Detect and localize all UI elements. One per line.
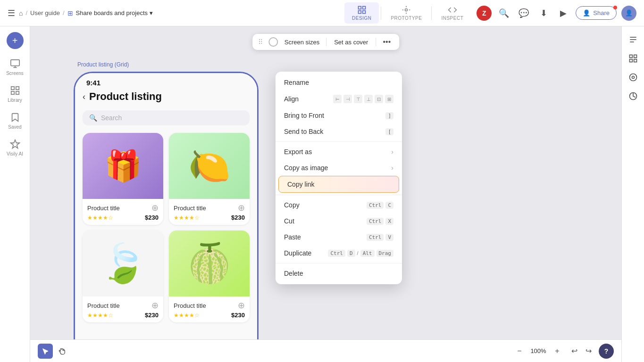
ctx-cut[interactable]: Cut Ctrl X — [276, 213, 402, 229]
product-name-1: Product title ⊕ — [87, 203, 159, 213]
redo-button[interactable]: ↪ — [582, 345, 595, 358]
tab-prototype[interactable]: PROTOTYPE — [383, 2, 429, 24]
align-right-icon[interactable]: ⊤ — [354, 95, 362, 103]
product-stars-1: ★★★★☆ — [87, 214, 113, 221]
floating-toolbar: ⠿ Screen sizes Set as cover ••• — [252, 34, 400, 50]
profile-avatar[interactable]: 👤 — [621, 6, 636, 21]
product-card-1[interactable]: 🎁 Product title ⊕ ★★★★☆ $230 — [83, 133, 163, 225]
ctx-send-back[interactable]: Send to Back [ — [276, 123, 402, 140]
product-card-3[interactable]: 🍃 Product title ⊕ ★★★★☆ $230 — [83, 230, 163, 322]
hand-tool-button[interactable] — [55, 344, 70, 359]
add-product-4-icon[interactable]: ⊕ — [238, 300, 245, 311]
styles-icon[interactable] — [626, 89, 641, 104]
ctx-bring-front[interactable]: Bring to Front ] — [276, 107, 402, 123]
zoom-level[interactable]: 100% — [529, 347, 548, 354]
tab-inspect[interactable]: INSPECT — [434, 2, 471, 24]
breadcrumb-chevron[interactable]: ▾ — [150, 9, 153, 16]
share-button[interactable]: 👤 Share — [576, 6, 617, 20]
product-img-3: 🍃 — [83, 230, 163, 296]
play-icon-btn[interactable]: ▶ — [556, 6, 571, 21]
screen-sizes-button[interactable]: Screen sizes — [282, 38, 322, 47]
ctx-duplicate[interactable]: Duplicate Ctrl D / Alt Drag — [276, 245, 402, 261]
ctx-bring-front-label: Bring to Front — [284, 112, 324, 119]
product-row-3: ★★★★☆ $230 — [87, 312, 159, 319]
ctx-export-as[interactable]: Export as › — [276, 144, 402, 160]
svg-point-20 — [629, 74, 636, 81]
zoom-in-button[interactable]: + — [551, 345, 564, 358]
product-price-2: $230 — [231, 214, 245, 221]
ctx-copy-label: Copy — [284, 201, 300, 209]
more-options-button[interactable]: ••• — [380, 37, 393, 47]
components-icon[interactable] — [626, 70, 641, 85]
ctx-bring-front-shortcut: ] — [385, 112, 393, 119]
layers-icon[interactable] — [626, 51, 641, 66]
home-icon[interactable]: ⌂ — [19, 9, 23, 17]
frame-icon: ⊞ — [67, 9, 73, 17]
product-info-2: Product title ⊕ ★★★★☆ $230 — [169, 199, 250, 225]
breadcrumb: ⌂ / User guide / ⊞ Share boards and proj… — [19, 9, 153, 17]
zoom-out-button[interactable]: − — [513, 345, 526, 358]
ctx-sep-2 — [276, 195, 402, 195]
product-card-4[interactable]: 🍈 Product title ⊕ ★★★★☆ $230 — [169, 230, 250, 322]
menu-icon[interactable]: ☰ — [8, 8, 15, 18]
svg-rect-10 — [11, 91, 14, 94]
ctx-align-label: Align — [284, 95, 299, 103]
search-bar[interactable]: 🔍 Search — [83, 110, 250, 125]
align-top-icon[interactable]: ⊥ — [364, 95, 373, 103]
design-panel-icon[interactable] — [626, 32, 641, 47]
ctx-send-back-shortcut: [ — [385, 128, 393, 135]
ctx-rename[interactable]: Rename — [276, 74, 402, 90]
align-left-icon[interactable]: ⊢ — [333, 95, 342, 103]
add-product-2-icon[interactable]: ⊕ — [238, 203, 245, 213]
product-card-2[interactable]: 🍋 Product title ⊕ ★★★★☆ $230 — [169, 133, 250, 225]
breadcrumb-sep-2: / — [63, 9, 65, 16]
search-icon-btn[interactable]: 🔍 — [496, 6, 511, 21]
ctx-send-back-label: Send to Back — [284, 128, 323, 135]
add-screen-button[interactable]: + — [7, 32, 24, 49]
add-product-3-icon[interactable]: ⊕ — [151, 300, 159, 311]
undo-redo-controls: ↩ ↪ — [568, 345, 595, 358]
ctx-delete[interactable]: Delete — [276, 265, 402, 281]
product-name-2: Product title ⊕ — [174, 203, 245, 213]
bottom-bar: − 100% + ↩ ↪ ? — [30, 339, 621, 362]
svg-rect-0 — [358, 7, 361, 9]
product-row-1: ★★★★☆ $230 — [87, 214, 159, 221]
sidebar-item-screens[interactable]: Screens — [2, 55, 28, 80]
download-icon-btn[interactable]: ⬇ — [536, 6, 551, 21]
set-as-cover-button[interactable]: Set as cover — [330, 38, 372, 47]
svg-marker-12 — [10, 140, 19, 148]
ctx-copy-image[interactable]: Copy as image › — [276, 160, 402, 176]
alt-key-dup: Alt — [360, 250, 375, 257]
select-tool-button[interactable] — [38, 344, 53, 359]
align-center-h-icon[interactable]: ⊣ — [343, 95, 352, 103]
device-header: ‹ Product listing — [75, 87, 257, 107]
sidebar-item-visily-ai[interactable]: Visily AI — [2, 135, 28, 160]
ctx-paste[interactable]: Paste Ctrl V — [276, 229, 402, 245]
context-menu: Rename Align ⊢ ⊣ ⊤ ⊥ ⊡ ⊞ Bring to Front … — [276, 72, 402, 284]
ctrl-key-dup: Ctrl — [328, 250, 345, 257]
comment-icon-btn[interactable]: 💬 — [516, 6, 531, 21]
align-bottom-icon[interactable]: ⊞ — [385, 95, 393, 103]
help-button[interactable]: ? — [599, 344, 614, 359]
product-price-1: $230 — [145, 214, 159, 221]
product-row-4: ★★★★☆ $230 — [174, 312, 245, 319]
left-sidebar: + Screens Library Saved Visily AI — [0, 26, 30, 362]
share-notification-badge — [613, 6, 617, 9]
ctx-cut-label: Cut — [284, 217, 294, 225]
ctx-align[interactable]: Align ⊢ ⊣ ⊤ ⊥ ⊡ ⊞ — [276, 90, 402, 107]
breadcrumb-user-guide[interactable]: User guide — [30, 9, 60, 16]
search-placeholder: Search — [101, 114, 122, 122]
breadcrumb-sep-1: / — [25, 9, 27, 16]
svg-rect-9 — [16, 87, 18, 90]
undo-button[interactable]: ↩ — [568, 345, 581, 358]
product-info-3: Product title ⊕ ★★★★☆ $230 — [83, 296, 163, 322]
product-stars-4: ★★★★☆ — [174, 312, 200, 319]
tab-design[interactable]: DESIGN — [344, 2, 379, 24]
ctx-copy-image-label: Copy as image — [284, 164, 328, 172]
sidebar-item-saved[interactable]: Saved — [2, 108, 28, 133]
sidebar-item-library[interactable]: Library — [2, 82, 28, 107]
ctx-copy[interactable]: Copy Ctrl C — [276, 197, 402, 213]
align-center-v-icon[interactable]: ⊡ — [375, 95, 383, 103]
ctx-copy-link[interactable]: Copy link — [278, 176, 399, 193]
add-product-1-icon[interactable]: ⊕ — [151, 203, 159, 213]
